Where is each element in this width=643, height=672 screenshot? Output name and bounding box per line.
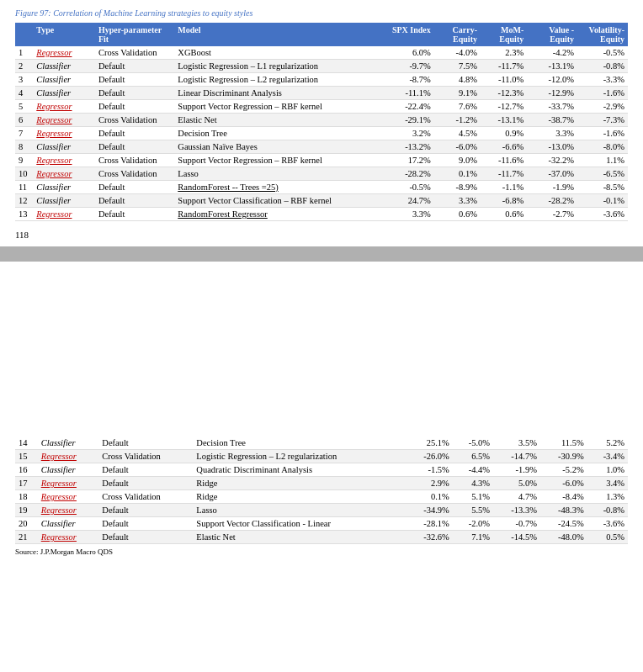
row-value: -48.0% xyxy=(540,531,587,544)
row-type: Regressor xyxy=(38,490,99,504)
row-vol: 5.2% xyxy=(587,437,628,450)
row-num: 3 xyxy=(15,73,33,87)
row-vol: -3.6% xyxy=(587,517,628,531)
row-value: -2.7% xyxy=(527,208,577,221)
row-value: -4.2% xyxy=(527,46,577,60)
row-spx: -28.2% xyxy=(388,167,434,181)
row-carry: 9.1% xyxy=(434,87,481,100)
row-num: 13 xyxy=(15,208,33,221)
row-vol: -8.5% xyxy=(577,181,628,194)
row-model: Elastic Net xyxy=(193,531,406,544)
col-model-header: Model xyxy=(174,23,387,46)
row-mom: -12.3% xyxy=(481,87,527,100)
row-vol: -0.8% xyxy=(577,60,628,73)
row-fit: Default xyxy=(95,127,174,140)
row-spx: 25.1% xyxy=(406,437,453,450)
row-vol: -1.6% xyxy=(577,127,628,140)
row-carry: 5.1% xyxy=(453,490,493,504)
row-type: Classifier xyxy=(33,194,95,208)
row-mom: -13.3% xyxy=(493,504,540,517)
row-carry: 4.8% xyxy=(434,73,481,87)
row-value: -13.0% xyxy=(527,140,577,154)
row-type: Regressor xyxy=(33,167,95,181)
row-num: 20 xyxy=(15,517,38,531)
row-model: XGBoost xyxy=(174,46,387,60)
row-value: -12.9% xyxy=(527,87,577,100)
row-value: -32.2% xyxy=(527,154,577,167)
row-spx: -34.9% xyxy=(406,504,453,517)
row-spx: -8.7% xyxy=(388,73,434,87)
table-row: 21RegressorDefaultElastic Net-32.6%7.1%-… xyxy=(15,531,628,544)
row-type: Regressor xyxy=(38,531,99,544)
table-row: 18RegressorCross ValidationRidge0.1%5.1%… xyxy=(15,490,628,504)
table-row: 20ClassifierDefaultSupport Vector Classi… xyxy=(15,517,628,531)
row-carry: 4.5% xyxy=(434,127,481,140)
row-vol: -7.3% xyxy=(577,114,628,127)
row-fit: Default xyxy=(95,194,174,208)
row-model: Logistic Regression – L2 regularization xyxy=(193,450,406,463)
row-fit: Default xyxy=(98,437,193,450)
row-spx: 2.9% xyxy=(406,477,453,490)
row-value: -24.5% xyxy=(540,517,587,531)
row-type: Regressor xyxy=(33,100,95,114)
row-num: 9 xyxy=(15,154,33,167)
row-vol: 0.5% xyxy=(587,531,628,544)
table-row: 11ClassifierDefaultRandomForest -- Trees… xyxy=(15,181,628,194)
row-vol: 1.0% xyxy=(587,463,628,477)
row-vol: 3.4% xyxy=(587,477,628,490)
row-carry: 4.3% xyxy=(453,477,493,490)
row-fit: Cross Validation xyxy=(98,490,193,504)
row-carry: -5.0% xyxy=(453,437,493,450)
row-type: Classifier xyxy=(33,73,95,87)
row-vol: -0.1% xyxy=(577,194,628,208)
row-carry: 5.5% xyxy=(453,504,493,517)
row-value: 11.5% xyxy=(540,437,587,450)
row-fit: Cross Validation xyxy=(95,167,174,181)
row-type: Classifier xyxy=(38,517,99,531)
row-carry: -4.4% xyxy=(453,463,493,477)
row-type: Regressor xyxy=(33,154,95,167)
row-type: Classifier xyxy=(33,60,95,73)
row-num: 11 xyxy=(15,181,33,194)
row-mom: -1.9% xyxy=(493,463,540,477)
row-model: Lasso xyxy=(174,167,387,181)
row-fit: Default xyxy=(95,181,174,194)
page-number: 118 xyxy=(15,230,628,240)
row-model: Lasso xyxy=(193,504,406,517)
row-vol: -8.0% xyxy=(577,140,628,154)
row-value: -12.0% xyxy=(527,73,577,87)
row-spx: 6.0% xyxy=(388,46,434,60)
row-spx: 17.2% xyxy=(388,154,434,167)
row-carry: 0.1% xyxy=(434,167,481,181)
row-spx: 0.1% xyxy=(406,490,453,504)
table-row: 5RegressorDefaultSupport Vector Regressi… xyxy=(15,100,628,114)
row-num: 7 xyxy=(15,127,33,140)
row-fit: Default xyxy=(95,73,174,87)
col-num-header xyxy=(15,23,33,46)
row-spx: -22.4% xyxy=(388,100,434,114)
row-type: Classifier xyxy=(38,437,99,450)
row-num: 1 xyxy=(15,46,33,60)
row-num: 15 xyxy=(15,450,38,463)
row-vol: -0.5% xyxy=(577,46,628,60)
row-fit: Cross Validation xyxy=(98,450,193,463)
table-row: 19RegressorDefaultLasso-34.9%5.5%-13.3%-… xyxy=(15,504,628,517)
row-fit: Default xyxy=(98,504,193,517)
row-fit: Default xyxy=(95,140,174,154)
row-model: Logistic Regression – L1 regularization xyxy=(174,60,387,73)
row-spx: -32.6% xyxy=(406,531,453,544)
row-fit: Default xyxy=(95,87,174,100)
source-label: Source: J.P.Morgan Macro QDS xyxy=(15,548,628,556)
row-type: Regressor xyxy=(38,504,99,517)
row-mom: -6.6% xyxy=(481,140,527,154)
col-mom-header: MoM-Equity xyxy=(481,23,527,46)
top-table: Type Hyper-parameter Fit Model SPX Index… xyxy=(15,23,628,221)
row-model: Ridge xyxy=(193,490,406,504)
row-carry: 9.0% xyxy=(434,154,481,167)
col-fit-header: Hyper-parameter Fit xyxy=(95,23,174,46)
row-spx: -13.2% xyxy=(388,140,434,154)
table-row: 10RegressorCross ValidationLasso-28.2%0.… xyxy=(15,167,628,181)
row-num: 12 xyxy=(15,194,33,208)
table-row: 9RegressorCross ValidationSupport Vector… xyxy=(15,154,628,167)
row-type: Classifier xyxy=(33,140,95,154)
